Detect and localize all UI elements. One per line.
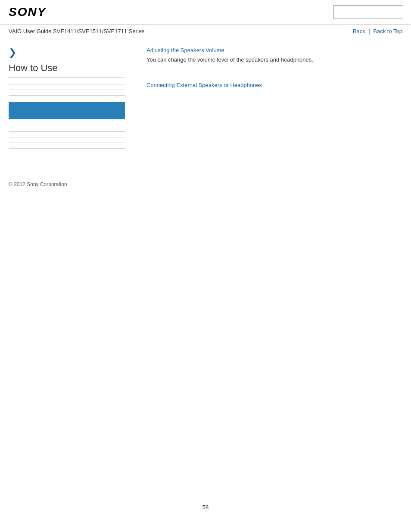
sidebar-divider-6 <box>9 137 125 137</box>
back-link[interactable]: Back <box>353 28 365 34</box>
sidebar-highlight <box>9 102 125 119</box>
sidebar-arrow: ❯ <box>9 47 125 58</box>
sidebar-divider-3 <box>9 95 125 96</box>
sidebar-divider-8 <box>9 148 125 149</box>
nav-separator: | <box>368 28 371 34</box>
nav-title: VAIO User Guide SVE1411/SVE1511/SVE1711 … <box>9 28 145 34</box>
sony-logo: SONY <box>9 5 46 19</box>
sidebar-divider-2 <box>9 90 125 90</box>
sidebar-divider-1 <box>9 84 125 84</box>
copyright: © 2012 Sony Corporation <box>9 181 67 187</box>
nav-bar: VAIO User Guide SVE1411/SVE1511/SVE1711 … <box>0 25 411 38</box>
sidebar-divider-9 <box>9 154 125 154</box>
nav-links: Back | Back to Top <box>353 28 402 34</box>
adjusting-speakers-description: You can change the volume level of the s… <box>146 56 398 64</box>
page-number: 58 <box>194 495 217 519</box>
sidebar-title: How to Use <box>9 62 125 78</box>
back-to-top-link[interactable]: Back to Top <box>373 28 402 34</box>
content-area: Adjusting the Speakers Volume You can ch… <box>134 38 411 168</box>
content-item-2: Connecting External Speakers or Headphon… <box>146 82 398 99</box>
content-item-1: Adjusting the Speakers Volume You can ch… <box>146 47 398 73</box>
sidebar-divider-4 <box>9 126 125 126</box>
sidebar: ❯ How to Use <box>0 38 134 168</box>
search-box: 🔍 <box>333 5 402 19</box>
sidebar-divider-7 <box>9 143 125 143</box>
adjusting-speakers-link[interactable]: Adjusting the Speakers Volume <box>146 47 398 53</box>
search-input[interactable] <box>334 7 411 17</box>
header: SONY 🔍 <box>0 0 411 25</box>
sidebar-divider-5 <box>9 131 125 132</box>
footer: © 2012 Sony Corporation <box>0 168 411 192</box>
connecting-speakers-link[interactable]: Connecting External Speakers or Headphon… <box>146 82 398 88</box>
main-content: ❯ How to Use Adjusting the Speakers Volu… <box>0 38 411 168</box>
